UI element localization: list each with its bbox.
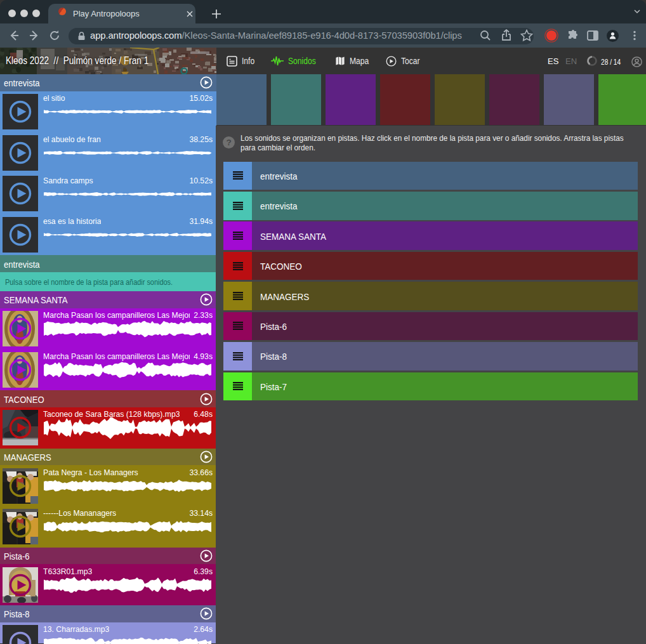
svg-text:?: ? — [226, 138, 231, 147]
